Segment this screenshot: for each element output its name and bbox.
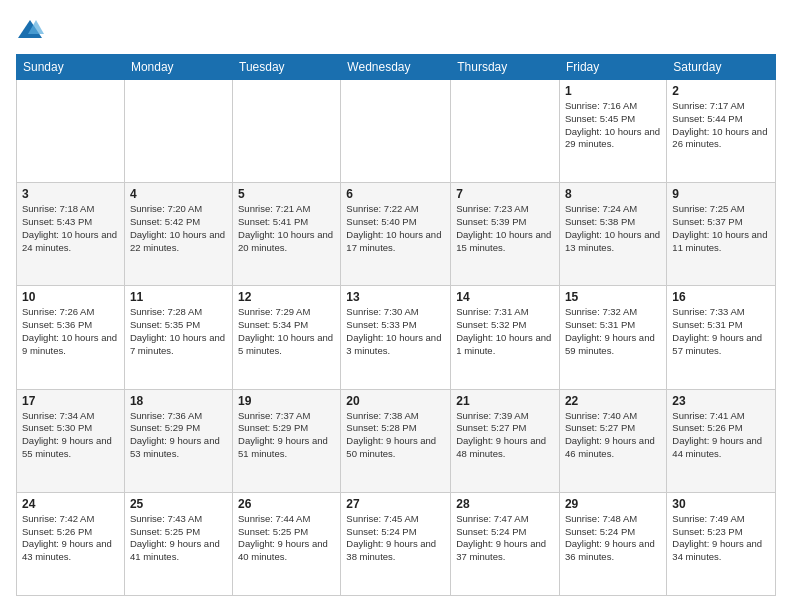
day-info: Sunrise: 7:42 AMSunset: 5:26 PMDaylight:… [22,513,119,564]
calendar-cell: 5Sunrise: 7:21 AMSunset: 5:41 PMDaylight… [233,183,341,286]
day-number: 22 [565,394,661,408]
calendar-cell: 27Sunrise: 7:45 AMSunset: 5:24 PMDayligh… [341,492,451,595]
day-number: 8 [565,187,661,201]
day-info: Sunrise: 7:48 AMSunset: 5:24 PMDaylight:… [565,513,661,564]
day-number: 30 [672,497,770,511]
calendar-header-sunday: Sunday [17,55,125,80]
day-number: 9 [672,187,770,201]
day-number: 21 [456,394,554,408]
day-info: Sunrise: 7:40 AMSunset: 5:27 PMDaylight:… [565,410,661,461]
day-info: Sunrise: 7:16 AMSunset: 5:45 PMDaylight:… [565,100,661,151]
day-number: 2 [672,84,770,98]
day-info: Sunrise: 7:30 AMSunset: 5:33 PMDaylight:… [346,306,445,357]
calendar-cell: 9Sunrise: 7:25 AMSunset: 5:37 PMDaylight… [667,183,776,286]
day-info: Sunrise: 7:45 AMSunset: 5:24 PMDaylight:… [346,513,445,564]
day-info: Sunrise: 7:47 AMSunset: 5:24 PMDaylight:… [456,513,554,564]
day-info: Sunrise: 7:34 AMSunset: 5:30 PMDaylight:… [22,410,119,461]
calendar-cell: 13Sunrise: 7:30 AMSunset: 5:33 PMDayligh… [341,286,451,389]
calendar-cell: 17Sunrise: 7:34 AMSunset: 5:30 PMDayligh… [17,389,125,492]
calendar-cell: 30Sunrise: 7:49 AMSunset: 5:23 PMDayligh… [667,492,776,595]
calendar-week-0: 1Sunrise: 7:16 AMSunset: 5:45 PMDaylight… [17,80,776,183]
logo [16,16,48,44]
calendar-header-row: SundayMondayTuesdayWednesdayThursdayFrid… [17,55,776,80]
day-number: 15 [565,290,661,304]
day-info: Sunrise: 7:31 AMSunset: 5:32 PMDaylight:… [456,306,554,357]
day-number: 27 [346,497,445,511]
page: SundayMondayTuesdayWednesdayThursdayFrid… [0,0,792,612]
day-info: Sunrise: 7:33 AMSunset: 5:31 PMDaylight:… [672,306,770,357]
day-number: 29 [565,497,661,511]
day-number: 20 [346,394,445,408]
day-number: 10 [22,290,119,304]
day-info: Sunrise: 7:29 AMSunset: 5:34 PMDaylight:… [238,306,335,357]
calendar-cell [17,80,125,183]
day-number: 7 [456,187,554,201]
day-number: 18 [130,394,227,408]
calendar-cell: 2Sunrise: 7:17 AMSunset: 5:44 PMDaylight… [667,80,776,183]
day-info: Sunrise: 7:21 AMSunset: 5:41 PMDaylight:… [238,203,335,254]
calendar-table: SundayMondayTuesdayWednesdayThursdayFrid… [16,54,776,596]
calendar-cell: 22Sunrise: 7:40 AMSunset: 5:27 PMDayligh… [559,389,666,492]
calendar-cell: 23Sunrise: 7:41 AMSunset: 5:26 PMDayligh… [667,389,776,492]
calendar-week-2: 10Sunrise: 7:26 AMSunset: 5:36 PMDayligh… [17,286,776,389]
day-number: 4 [130,187,227,201]
calendar-cell: 19Sunrise: 7:37 AMSunset: 5:29 PMDayligh… [233,389,341,492]
logo-icon [16,16,44,44]
calendar-cell: 1Sunrise: 7:16 AMSunset: 5:45 PMDaylight… [559,80,666,183]
calendar-cell [451,80,560,183]
calendar-header-wednesday: Wednesday [341,55,451,80]
calendar-cell: 24Sunrise: 7:42 AMSunset: 5:26 PMDayligh… [17,492,125,595]
day-info: Sunrise: 7:39 AMSunset: 5:27 PMDaylight:… [456,410,554,461]
calendar-cell: 12Sunrise: 7:29 AMSunset: 5:34 PMDayligh… [233,286,341,389]
day-number: 12 [238,290,335,304]
day-info: Sunrise: 7:17 AMSunset: 5:44 PMDaylight:… [672,100,770,151]
day-info: Sunrise: 7:44 AMSunset: 5:25 PMDaylight:… [238,513,335,564]
calendar-cell [341,80,451,183]
calendar-cell [233,80,341,183]
calendar-cell: 25Sunrise: 7:43 AMSunset: 5:25 PMDayligh… [124,492,232,595]
calendar-header-monday: Monday [124,55,232,80]
calendar-week-3: 17Sunrise: 7:34 AMSunset: 5:30 PMDayligh… [17,389,776,492]
day-info: Sunrise: 7:25 AMSunset: 5:37 PMDaylight:… [672,203,770,254]
day-info: Sunrise: 7:49 AMSunset: 5:23 PMDaylight:… [672,513,770,564]
day-number: 16 [672,290,770,304]
calendar-cell: 20Sunrise: 7:38 AMSunset: 5:28 PMDayligh… [341,389,451,492]
day-info: Sunrise: 7:43 AMSunset: 5:25 PMDaylight:… [130,513,227,564]
day-number: 24 [22,497,119,511]
calendar-header-saturday: Saturday [667,55,776,80]
day-info: Sunrise: 7:28 AMSunset: 5:35 PMDaylight:… [130,306,227,357]
day-number: 17 [22,394,119,408]
day-number: 28 [456,497,554,511]
day-number: 14 [456,290,554,304]
calendar-cell: 29Sunrise: 7:48 AMSunset: 5:24 PMDayligh… [559,492,666,595]
day-number: 5 [238,187,335,201]
day-info: Sunrise: 7:36 AMSunset: 5:29 PMDaylight:… [130,410,227,461]
day-info: Sunrise: 7:38 AMSunset: 5:28 PMDaylight:… [346,410,445,461]
day-number: 25 [130,497,227,511]
calendar-cell: 7Sunrise: 7:23 AMSunset: 5:39 PMDaylight… [451,183,560,286]
day-info: Sunrise: 7:37 AMSunset: 5:29 PMDaylight:… [238,410,335,461]
calendar-header-friday: Friday [559,55,666,80]
day-info: Sunrise: 7:41 AMSunset: 5:26 PMDaylight:… [672,410,770,461]
calendar-cell: 10Sunrise: 7:26 AMSunset: 5:36 PMDayligh… [17,286,125,389]
calendar-cell: 28Sunrise: 7:47 AMSunset: 5:24 PMDayligh… [451,492,560,595]
day-number: 6 [346,187,445,201]
calendar-week-4: 24Sunrise: 7:42 AMSunset: 5:26 PMDayligh… [17,492,776,595]
day-info: Sunrise: 7:18 AMSunset: 5:43 PMDaylight:… [22,203,119,254]
day-info: Sunrise: 7:22 AMSunset: 5:40 PMDaylight:… [346,203,445,254]
day-number: 19 [238,394,335,408]
calendar-cell: 14Sunrise: 7:31 AMSunset: 5:32 PMDayligh… [451,286,560,389]
day-number: 26 [238,497,335,511]
calendar-cell: 6Sunrise: 7:22 AMSunset: 5:40 PMDaylight… [341,183,451,286]
calendar-cell [124,80,232,183]
day-info: Sunrise: 7:32 AMSunset: 5:31 PMDaylight:… [565,306,661,357]
calendar-cell: 4Sunrise: 7:20 AMSunset: 5:42 PMDaylight… [124,183,232,286]
calendar-cell: 21Sunrise: 7:39 AMSunset: 5:27 PMDayligh… [451,389,560,492]
header [16,16,776,44]
calendar-header-thursday: Thursday [451,55,560,80]
day-number: 13 [346,290,445,304]
day-number: 23 [672,394,770,408]
day-info: Sunrise: 7:26 AMSunset: 5:36 PMDaylight:… [22,306,119,357]
calendar-cell: 16Sunrise: 7:33 AMSunset: 5:31 PMDayligh… [667,286,776,389]
day-number: 11 [130,290,227,304]
